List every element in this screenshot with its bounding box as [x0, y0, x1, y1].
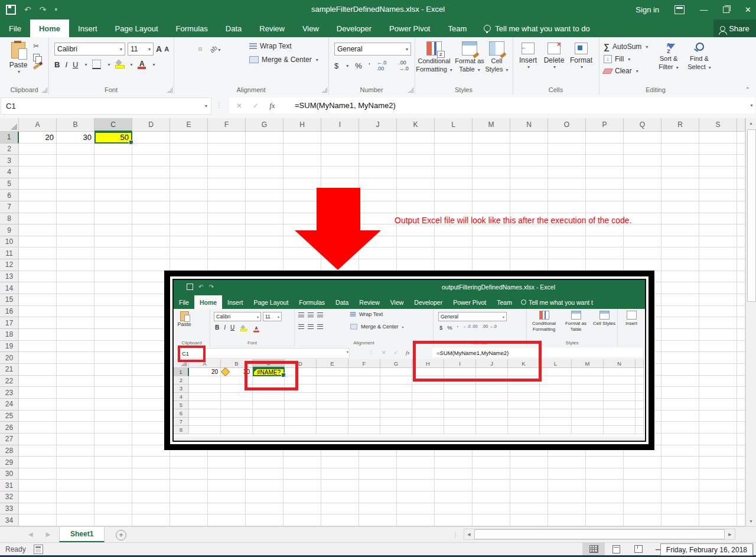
cell-a4[interactable] [19, 167, 57, 178]
cell-g5[interactable] [380, 401, 412, 409]
cell-b1[interactable]: 30 [57, 132, 94, 144]
cell-l32[interactable] [435, 491, 472, 503]
cell-j33[interactable] [359, 503, 397, 515]
bottom-align-icon[interactable] [198, 47, 202, 51]
cell-a26[interactable] [19, 422, 57, 434]
cell-d8[interactable] [285, 426, 317, 434]
cell-f5[interactable] [348, 401, 380, 409]
cell-s6[interactable] [699, 190, 737, 201]
cell-a2[interactable] [189, 376, 221, 385]
row-header-1[interactable]: 1 [0, 132, 19, 144]
cell-d1[interactable] [132, 132, 170, 144]
cell-n1[interactable] [604, 368, 636, 376]
cell-b10[interactable] [57, 236, 94, 248]
cell-p34[interactable] [586, 514, 624, 526]
cell-a4[interactable] [189, 393, 221, 401]
cell-k29[interactable] [397, 457, 435, 468]
cell-partial[interactable] [737, 259, 745, 271]
cell-g5[interactable] [246, 178, 284, 190]
cell-r20[interactable] [662, 352, 699, 364]
cell-g10[interactable] [246, 236, 284, 248]
fill-button[interactable]: ↓ Fill ▾ [604, 55, 648, 63]
cell-n3[interactable] [604, 385, 636, 393]
cell-b6[interactable] [221, 409, 253, 418]
cell-k4[interactable] [397, 167, 435, 178]
tab-review[interactable]: Review [250, 19, 294, 37]
cell-h8[interactable] [412, 426, 444, 434]
redo-icon[interactable]: ↷ [40, 5, 47, 14]
cell-styles-button[interactable]: Cell Styles ▾ [483, 41, 510, 74]
orientation-icon[interactable]: ab▾ [208, 43, 222, 55]
cell-partial[interactable] [737, 144, 745, 155]
cell-r11[interactable] [662, 248, 699, 260]
cell-d11[interactable] [132, 248, 170, 260]
cell-k1[interactable] [397, 132, 435, 144]
cell-e11[interactable] [170, 248, 208, 260]
scroll-down-icon[interactable]: ▼ [746, 516, 756, 526]
tab-team[interactable]: Team [439, 19, 475, 37]
name-box[interactable]: C1 [1, 97, 207, 115]
cell-c27[interactable] [94, 434, 132, 445]
row-header-13[interactable]: 13 [0, 271, 19, 283]
delete-cells-button[interactable]: Delete ▾ [541, 43, 567, 70]
row-header-26[interactable]: 26 [0, 422, 19, 434]
row-header-2[interactable]: 2 [174, 376, 189, 385]
cell-p3[interactable] [586, 155, 624, 167]
row-header-30[interactable]: 30 [0, 468, 19, 480]
cell-b12[interactable] [57, 259, 94, 271]
cell-a18[interactable] [19, 329, 57, 341]
cell-p2[interactable] [586, 144, 624, 155]
cell-c34[interactable] [94, 514, 132, 526]
close-button[interactable]: ✕ [745, 5, 751, 14]
cell-a6[interactable] [19, 190, 57, 201]
paste-dropdown-icon[interactable]: ▾ [6, 69, 32, 74]
tab-page-layout[interactable]: Page Layout [106, 19, 167, 37]
cell-partial[interactable] [737, 213, 745, 225]
cell-partial[interactable] [737, 155, 745, 167]
top-align-icon[interactable] [180, 47, 183, 51]
cell-partial[interactable] [737, 387, 745, 399]
vertical-scrollbar[interactable]: ▲ ▼ [745, 118, 756, 526]
row-header-31[interactable]: 31 [0, 480, 19, 492]
font-dialog-launcher-icon[interactable] [167, 87, 172, 93]
cell-k5[interactable] [508, 401, 540, 409]
cell-m1[interactable] [572, 368, 604, 376]
cell-i3[interactable] [444, 385, 476, 393]
align-right-icon[interactable] [198, 60, 202, 63]
cell-j8[interactable] [476, 426, 508, 434]
cell-k12[interactable] [397, 259, 435, 271]
cell-s31[interactable] [699, 480, 737, 492]
cell-a28[interactable] [19, 445, 57, 457]
underline-dropdown-icon[interactable]: ▾ [84, 62, 87, 67]
cell-f32[interactable] [208, 491, 246, 503]
cell-d7[interactable] [285, 418, 317, 426]
cell-o6[interactable] [548, 190, 586, 201]
cell-l7[interactable] [435, 201, 472, 213]
copy-icon[interactable] [33, 54, 40, 61]
cell-h7[interactable] [284, 201, 321, 213]
row-header-21[interactable]: 21 [0, 364, 19, 376]
cell-c4[interactable] [253, 393, 285, 401]
cell-partial[interactable] [737, 341, 745, 353]
cell-s2[interactable] [699, 144, 737, 155]
cell-k2[interactable] [397, 144, 435, 155]
cell-n5[interactable] [510, 178, 548, 190]
column-header-m[interactable]: M [572, 359, 604, 368]
cell-d29[interactable] [132, 457, 170, 468]
cell-o2[interactable] [548, 144, 586, 155]
cell-d7[interactable] [132, 201, 170, 213]
cell-c1[interactable]: 50 [94, 132, 132, 144]
cell-k10[interactable] [397, 236, 435, 248]
decrease-indent-icon[interactable] [208, 60, 211, 63]
cell-i4[interactable] [321, 167, 359, 178]
comma-icon[interactable]: ’ [369, 61, 370, 70]
cell-m2[interactable] [472, 144, 510, 155]
cell-j29[interactable] [359, 457, 397, 468]
cell-b7[interactable] [57, 201, 94, 213]
cell-partial[interactable] [737, 132, 745, 144]
cell-n6[interactable] [604, 409, 636, 418]
cell-b17[interactable] [57, 317, 94, 329]
cell-b8[interactable] [57, 213, 94, 225]
cell-g2[interactable] [380, 376, 412, 385]
select-all-corner[interactable] [0, 118, 19, 132]
